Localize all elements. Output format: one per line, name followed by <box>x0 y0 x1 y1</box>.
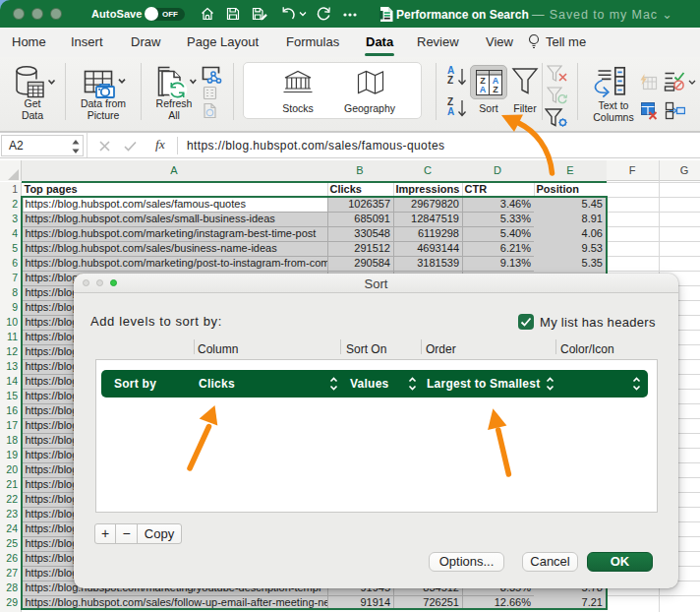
svg-text:Z: Z <box>493 85 498 94</box>
svg-text:A: A <box>480 85 487 94</box>
